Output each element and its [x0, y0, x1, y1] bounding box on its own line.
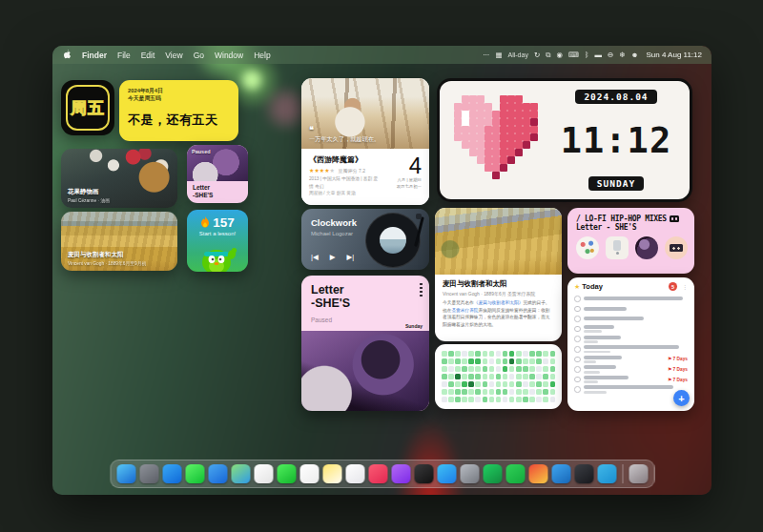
contribution-cell — [503, 374, 508, 379]
todo-checkbox[interactable] — [574, 316, 581, 322]
movie-quote-widget[interactable]: ❝ 一万年太久了，就趁现在。 《西游降魔篇》 ★★★★★ 豆瓣评分 7.2 20… — [301, 78, 429, 205]
description-link[interactable]: 《麦田与收割者和太阳》 — [474, 300, 524, 305]
vangogh-daily-art-widget[interactable]: 麦田与收割者和太阳 Vincent van Gogh · 1889年6月 圣雷米… — [435, 208, 562, 341]
user-icon[interactable]: ☻ — [631, 51, 639, 59]
dock-spotify-icon[interactable] — [483, 464, 502, 483]
dock-vscode-icon[interactable] — [551, 464, 570, 483]
dock-telegram-icon[interactable] — [597, 464, 616, 483]
wheatfield-art-widget[interactable]: 麦田与收割者和太阳 Vincent van Gogh · 1889年6月至9月初 — [61, 212, 177, 271]
dock-maps-icon[interactable] — [231, 464, 250, 483]
bluetooth-icon[interactable]: ᛒ — [585, 51, 589, 59]
dock-messages-icon[interactable] — [185, 464, 204, 483]
menu-item-go[interactable]: Go — [194, 51, 204, 60]
todo-checkbox[interactable] — [574, 336, 581, 342]
todo-item[interactable] — [574, 344, 688, 355]
friday-answer: 不是，还有五天 — [128, 112, 230, 129]
contribution-graph-widget[interactable] — [435, 344, 562, 409]
dock-settings-icon[interactable] — [460, 464, 479, 483]
todo-menu-icon[interactable]: ⋮ — [682, 283, 688, 290]
menu-item-edit[interactable]: Edit — [141, 51, 155, 60]
dock-photos-icon[interactable] — [254, 464, 273, 483]
cassette-album-thumb[interactable] — [665, 236, 688, 259]
duolingo-widget[interactable]: 157 Start a lesson! — [187, 210, 248, 272]
todo-item[interactable] — [574, 304, 688, 315]
todo-checkbox[interactable] — [574, 306, 581, 313]
contribution-cell — [503, 389, 508, 395]
todo-item[interactable] — [574, 384, 688, 395]
dock-safari-icon[interactable] — [162, 464, 181, 483]
dock-podcasts-icon[interactable] — [391, 464, 410, 483]
todo-checkbox[interactable] — [574, 377, 581, 383]
calendar-status-label[interactable]: All-day — [507, 51, 527, 58]
todo-item[interactable] — [574, 324, 688, 335]
menu-item-file[interactable]: File — [117, 51, 131, 60]
todo-item[interactable] — [574, 334, 688, 344]
previous-track-button[interactable]: |◀ — [311, 253, 319, 261]
dock-appstore-icon[interactable] — [437, 464, 456, 483]
dock-chrome-icon[interactable] — [528, 464, 547, 483]
friday-app-icon[interactable]: 周五 — [61, 80, 114, 135]
todo-checkbox[interactable] — [574, 346, 581, 353]
pixel-clock-widget[interactable]: 2024.08.04 11:12 SUNDAY — [437, 78, 692, 202]
dock-terminal-icon[interactable] — [574, 464, 593, 483]
clockwork-player-widget[interactable]: Clockwork Michael Logozar |◀ ▶ ▶| — [301, 209, 429, 270]
keyboard-icon[interactable]: ⌨ — [568, 51, 579, 59]
todo-item[interactable] — [574, 294, 688, 304]
contribution-cell — [475, 397, 481, 402]
menu-item-view[interactable]: View — [165, 51, 182, 60]
dock-trash-icon[interactable] — [629, 464, 648, 483]
doodle-album-thumb[interactable] — [576, 236, 599, 259]
mp3-player-thumb[interactable] — [606, 236, 629, 259]
todo-item[interactable]: ⚑ 7 Days — [574, 355, 688, 365]
dock-reminders-icon[interactable] — [345, 464, 364, 483]
dock-tv-icon[interactable] — [414, 464, 433, 483]
focus-icon[interactable]: ⊖ — [608, 51, 613, 59]
todo-item[interactable]: ⚑ 7 Days — [574, 375, 688, 385]
lofi-playlist-widget[interactable]: / LO-FI HIP-HOP MIXES Letter - SHE'S — [567, 208, 694, 274]
battery-icon[interactable]: ▬ — [594, 51, 602, 59]
play-button[interactable]: ▶ — [330, 253, 336, 261]
cezanne-art-widget[interactable]: 花果静物画 Paul Cézanne · 油画 — [61, 149, 177, 208]
apple-menu-icon[interactable] — [62, 50, 72, 60]
dock-calendar-icon[interactable] — [299, 464, 319, 483]
todo-item[interactable]: ⚑ 7 Days — [574, 364, 688, 375]
dock-wechat-icon[interactable] — [505, 464, 525, 483]
todo-checkbox[interactable] — [574, 366, 581, 373]
dock-mail-icon[interactable] — [208, 464, 227, 483]
heart-pixel — [469, 172, 477, 179]
description-link[interactable]: 圣雷米疗养院 — [451, 308, 478, 313]
stage-manager-icon[interactable]: ▦ — [495, 51, 502, 59]
menu-item-window[interactable]: Window — [215, 51, 243, 60]
contribution-cell — [529, 366, 535, 372]
todo-checkbox[interactable] — [574, 296, 581, 302]
menu-item-finder[interactable]: Finder — [82, 51, 107, 60]
menu-clock[interactable]: Sun 4 Aug 11:12 — [646, 51, 702, 59]
friday-countdown-widget[interactable]: 2024年8月4日 今天是周五吗 不是，还有五天 — [119, 80, 238, 141]
heart-pixel — [530, 164, 538, 172]
dock-launchpad-icon[interactable] — [139, 464, 158, 483]
dock-finder-icon[interactable] — [116, 464, 135, 483]
todo-checkbox[interactable] — [574, 357, 581, 363]
contribution-cell — [516, 366, 522, 372]
reminders-today-widget[interactable]: ★ Today 5 ⋮ ⚑ 7 Days⚑ 7 Days⚑ 7 Days + — [567, 277, 694, 411]
sync-icon[interactable]: ↻ — [534, 51, 540, 59]
menu-item-help[interactable]: Help — [254, 51, 270, 60]
music-widget-small[interactable]: Paused Letter -SHE'S — [187, 145, 248, 203]
contribution-cell — [462, 358, 467, 364]
purple-album-thumb[interactable] — [635, 236, 658, 259]
record-icon[interactable]: ◉ — [557, 51, 564, 59]
more-icon[interactable]: ⋯ — [483, 51, 490, 59]
screen-mirroring-icon[interactable]: ⧉ — [546, 51, 550, 60]
snowflake-icon[interactable]: ❄ — [619, 51, 625, 59]
contribution-cell — [550, 389, 556, 395]
dock-notes-icon[interactable] — [322, 464, 341, 483]
todo-checkbox[interactable] — [574, 386, 581, 393]
music-widget-large[interactable]: Letter -SHE'S Paused Sunday — [301, 276, 429, 411]
add-reminder-button[interactable]: + — [673, 390, 690, 406]
todo-checkbox[interactable] — [574, 326, 581, 333]
todo-item[interactable] — [574, 314, 688, 324]
next-track-button[interactable]: ▶| — [347, 253, 355, 261]
dock-music-icon[interactable] — [368, 464, 387, 483]
contribution-cell — [496, 351, 502, 357]
dock-facetime-icon[interactable] — [277, 464, 296, 483]
